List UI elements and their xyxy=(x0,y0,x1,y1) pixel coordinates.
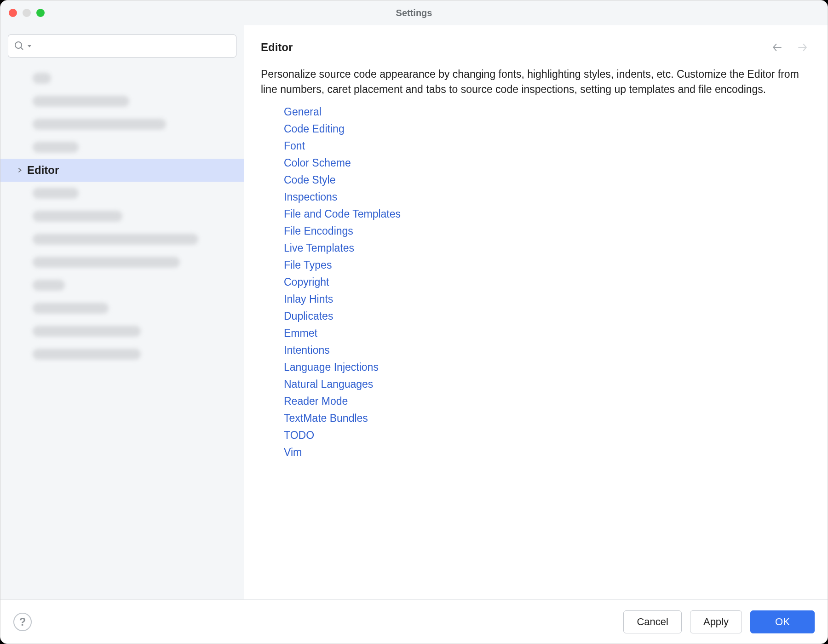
subpage-link[interactable]: Reader Mode xyxy=(284,395,348,408)
back-button[interactable] xyxy=(771,41,783,53)
cancel-button[interactable]: Cancel xyxy=(623,610,681,633)
subpage-link[interactable]: Inlay Hints xyxy=(284,293,333,305)
page-title: Editor xyxy=(261,41,293,54)
subpage-link[interactable]: Natural Languages xyxy=(284,378,373,391)
main-header: Editor xyxy=(244,25,828,54)
subpage-link[interactable]: Inspections xyxy=(284,191,337,203)
settings-window: Settings xyxy=(0,0,828,644)
minimize-window-button[interactable] xyxy=(23,9,31,17)
subpage-link[interactable]: Code Editing xyxy=(284,123,345,135)
window-controls xyxy=(9,9,45,17)
tree-item-blurred xyxy=(0,67,244,90)
subpage-link[interactable]: Color Scheme xyxy=(284,157,351,169)
search-field[interactable] xyxy=(8,34,236,58)
settings-tree[interactable]: Editor xyxy=(0,64,244,599)
subpage-link[interactable]: File and Code Templates xyxy=(284,208,401,220)
svg-line-1 xyxy=(21,47,23,50)
subpage-link[interactable]: Duplicates xyxy=(284,310,333,322)
subpage-link[interactable]: Intentions xyxy=(284,344,330,356)
tree-item-blurred xyxy=(0,90,244,113)
help-button[interactable]: ? xyxy=(13,613,32,631)
forward-button[interactable] xyxy=(796,41,808,53)
main-panel: Editor xyxy=(244,25,828,599)
tree-item-blurred xyxy=(0,320,244,343)
subpage-link[interactable]: Copyright xyxy=(284,276,329,288)
apply-button[interactable]: Apply xyxy=(690,610,742,633)
window-title: Settings xyxy=(0,8,828,18)
tree-item-blurred xyxy=(0,205,244,228)
tree-item-label: Editor xyxy=(27,164,59,177)
search-input[interactable] xyxy=(35,41,230,52)
titlebar: Settings xyxy=(0,0,828,25)
subpage-links: GeneralCode EditingFontColor SchemeCode … xyxy=(261,106,811,459)
subpage-link[interactable]: Vim xyxy=(284,446,302,459)
tree-item-blurred xyxy=(0,343,244,366)
subpage-link[interactable]: Emmet xyxy=(284,327,317,339)
window-body: Editor Editor xyxy=(0,25,828,599)
subpage-link[interactable]: Live Templates xyxy=(284,242,354,254)
nav-arrows xyxy=(771,41,808,53)
ok-button[interactable]: OK xyxy=(750,610,815,633)
search-icon xyxy=(14,40,25,52)
subpage-link[interactable]: Code Style xyxy=(284,174,336,186)
tree-item-blurred xyxy=(0,136,244,159)
tree-item-editor[interactable]: Editor xyxy=(0,159,244,182)
svg-point-0 xyxy=(15,42,22,48)
subpage-link[interactable]: TODO xyxy=(284,429,314,442)
sidebar: Editor xyxy=(0,25,244,599)
tree-item-blurred xyxy=(0,113,244,136)
tree-item-blurred xyxy=(0,297,244,320)
chevron-right-icon[interactable] xyxy=(16,167,23,174)
chevron-down-icon xyxy=(28,45,31,47)
tree-item-blurred xyxy=(0,228,244,251)
close-window-button[interactable] xyxy=(9,9,17,17)
tree-item-blurred xyxy=(0,251,244,274)
subpage-link[interactable]: TextMate Bundles xyxy=(284,412,368,425)
subpage-link[interactable]: Font xyxy=(284,140,305,152)
page-description: Personalize source code appearance by ch… xyxy=(261,67,804,98)
subpage-link[interactable]: File Encodings xyxy=(284,225,353,237)
tree-item-blurred xyxy=(0,182,244,205)
subpage-link[interactable]: File Types xyxy=(284,259,332,271)
tree-item-blurred xyxy=(0,274,244,297)
footer: ? Cancel Apply OK xyxy=(0,599,828,644)
subpage-link[interactable]: General xyxy=(284,106,322,118)
subpage-link[interactable]: Language Injections xyxy=(284,361,379,374)
maximize-window-button[interactable] xyxy=(36,9,45,17)
main-content: Personalize source code appearance by ch… xyxy=(244,54,828,459)
